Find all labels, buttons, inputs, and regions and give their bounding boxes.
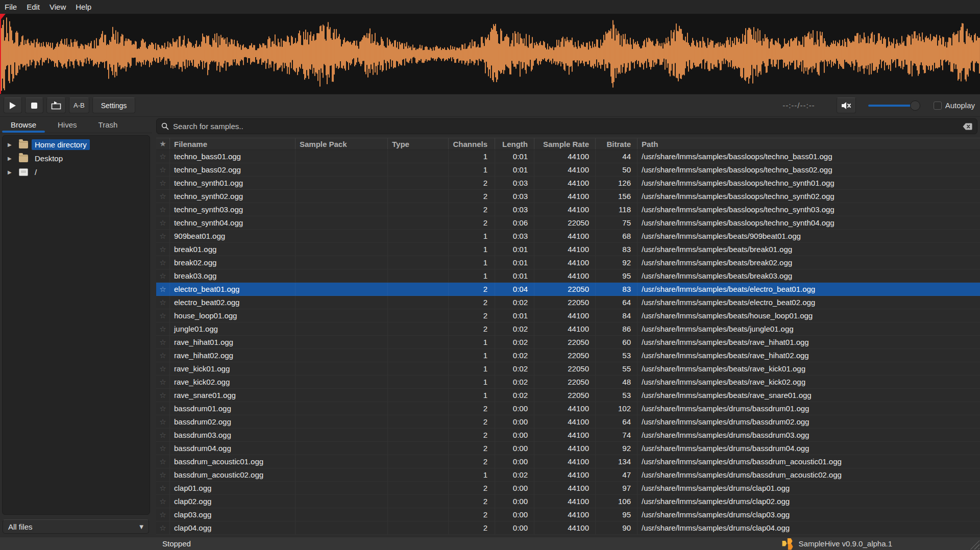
folder-icon [19,155,28,162]
star-outline-icon[interactable]: ☆ [159,510,166,519]
table-row[interactable]: ☆bassdrum01.ogg20:0044100102/usr/share/l… [156,402,980,415]
settings-button[interactable]: Settings [92,97,136,113]
table-row[interactable]: ☆rave_hihat02.ogg10:022205053/usr/share/… [156,349,980,362]
play-button[interactable] [4,97,22,113]
table-row[interactable]: ☆techno_bass01.ogg10:014410044/usr/share… [156,150,980,163]
star-outline-icon[interactable]: ☆ [159,258,166,267]
expander-icon[interactable]: ▶ [8,156,16,161]
star-outline-icon[interactable]: ☆ [159,324,166,334]
table-row[interactable]: ☆clap03.ogg20:004410095/usr/share/lmms/s… [156,508,980,521]
star-outline-icon[interactable]: ☆ [159,192,166,201]
star-outline-icon[interactable]: ☆ [159,457,166,466]
star-outline-icon[interactable]: ☆ [159,364,166,373]
star-outline-icon[interactable]: ☆ [159,179,166,188]
table-row[interactable]: ☆techno_synth02.ogg20:0344100156/usr/sha… [156,190,980,203]
table-row[interactable]: ☆bassdrum_acoustic02.ogg10:024410047/usr… [156,468,980,482]
star-outline-icon[interactable]: ☆ [159,218,166,228]
table-row[interactable]: ☆break01.ogg10:014410083/usr/share/lmms/… [156,243,980,256]
table-row[interactable]: ☆electro_beat02.ogg20:022205064/usr/shar… [156,296,980,309]
column-header-length[interactable]: Length [495,138,534,149]
table-row[interactable]: ☆clap01.ogg20:004410097/usr/share/lmms/s… [156,482,980,495]
star-outline-icon[interactable]: ☆ [159,497,166,506]
star-outline-icon[interactable]: ☆ [159,152,166,161]
tree-item--[interactable]: ▶/ [3,165,150,179]
table-row[interactable]: ☆electro_beat01.ogg20:042205083/usr/shar… [156,283,980,296]
star-outline-icon[interactable]: ☆ [159,404,166,413]
table-row[interactable]: ☆bassdrum03.ogg20:004410074/usr/share/lm… [156,429,980,442]
star-outline-icon[interactable]: ☆ [159,298,166,307]
star-outline-icon[interactable]: ☆ [159,351,166,360]
table-row[interactable]: ☆jungle01.ogg20:024410086/usr/share/lmms… [156,322,980,336]
tree-item-home-directory[interactable]: ▶Home directory [3,138,150,152]
star-outline-icon[interactable]: ☆ [159,232,166,241]
open-folder-button[interactable] [46,97,66,113]
star-outline-icon[interactable]: ☆ [159,484,166,493]
waveform-display[interactable] [0,14,980,94]
star-outline-icon[interactable]: ☆ [159,311,166,320]
star-outline-icon[interactable]: ☆ [159,431,166,440]
mute-button[interactable] [837,97,856,113]
table-row[interactable]: ☆techno_bass02.ogg10:014410050/usr/share… [156,163,980,177]
table-row[interactable]: ☆techno_synth01.ogg20:0344100126/usr/sha… [156,177,980,190]
column-header-filename[interactable]: Filename [170,138,296,149]
cell-star: ☆ [156,203,170,216]
expander-icon[interactable]: ▶ [8,142,16,147]
column-header-samplerate[interactable]: Sample Rate [534,138,596,149]
menu-file[interactable]: File [5,3,17,11]
column-header-bitrate[interactable]: Bitrate [596,138,638,149]
cell-samplerate: 44100 [534,455,596,468]
autoplay-checkbox[interactable] [934,102,942,110]
menu-view[interactable]: View [50,3,66,11]
table-row[interactable]: ☆techno_synth03.ogg20:0344100118/usr/sha… [156,203,980,216]
star-outline-icon[interactable]: ☆ [159,245,166,254]
menu-edit[interactable]: Edit [27,3,40,11]
table-row[interactable]: ☆break03.ogg10:014410095/usr/share/lmms/… [156,269,980,283]
star-outline-icon[interactable]: ☆ [159,338,166,347]
table-row[interactable]: ☆rave_snare01.ogg10:022205053/usr/share/… [156,389,980,402]
file-filter-dropdown[interactable]: All files ▼ [3,519,149,534]
star-outline-icon[interactable]: ☆ [159,470,166,480]
resize-grip[interactable] [969,539,979,549]
clear-search-icon[interactable] [963,123,972,130]
star-outline-icon[interactable]: ☆ [159,378,166,387]
cell-channels: 1 [449,362,495,375]
table-row[interactable]: ☆clap02.ogg20:0044100106/usr/share/lmms/… [156,495,980,508]
tab-browse[interactable]: Browse [0,117,47,133]
table-row[interactable]: ☆techno_synth04.ogg20:062205075/usr/shar… [156,216,980,230]
column-header-type[interactable]: Type [388,138,449,149]
star-outline-icon[interactable]: ☆ [159,417,166,427]
ab-loop-button[interactable]: A-B [69,97,89,113]
table-row[interactable]: ☆house_loop01.ogg20:014410084/usr/share/… [156,309,980,322]
star-outline-icon[interactable]: ☆ [159,391,166,400]
table-row[interactable]: ☆bassdrum04.ogg20:004410092/usr/share/lm… [156,442,980,455]
volume-slider[interactable] [868,101,919,111]
menu-help[interactable]: Help [76,3,91,11]
search-bar[interactable] [156,118,977,134]
table-row[interactable]: ☆rave_kick01.ogg10:022205055/usr/share/l… [156,362,980,376]
table-row[interactable]: ☆bassdrum02.ogg20:004410064/usr/share/lm… [156,415,980,429]
column-header-path[interactable]: Path [638,138,980,149]
stop-button[interactable] [25,97,43,113]
star-outline-icon[interactable]: ☆ [159,444,166,453]
tab-hives[interactable]: Hives [47,117,88,133]
volume-knob[interactable] [910,101,920,111]
star-outline-icon[interactable]: ☆ [159,271,166,281]
cell-samplerate: 44100 [534,256,596,269]
star-outline-icon[interactable]: ☆ [159,165,166,174]
column-header-samplepack[interactable]: Sample Pack [296,138,388,149]
search-input[interactable] [173,122,963,131]
expander-icon[interactable]: ▶ [8,169,16,175]
star-outline-icon[interactable]: ☆ [159,285,166,294]
column-header-channels[interactable]: Channels [449,138,495,149]
table-row[interactable]: ☆rave_kick02.ogg10:022205048/usr/share/l… [156,376,980,389]
tab-trash[interactable]: Trash [88,117,129,133]
star-outline-icon[interactable]: ☆ [159,205,166,214]
table-row[interactable]: ☆rave_hihat01.ogg10:022205060/usr/share/… [156,336,980,349]
table-row[interactable]: ☆clap04.ogg20:004410090/usr/share/lmms/s… [156,521,980,535]
star-outline-icon[interactable]: ☆ [159,523,166,533]
column-header-star[interactable]: ★ [156,138,170,149]
tree-item-desktop[interactable]: ▶Desktop [3,152,150,165]
table-row[interactable]: ☆bassdrum_acoustic01.ogg20:0044100134/us… [156,455,980,468]
table-row[interactable]: ☆909beat01.ogg10:034410068/usr/share/lmm… [156,230,980,243]
table-row[interactable]: ☆break02.ogg10:014410092/usr/share/lmms/… [156,256,980,269]
